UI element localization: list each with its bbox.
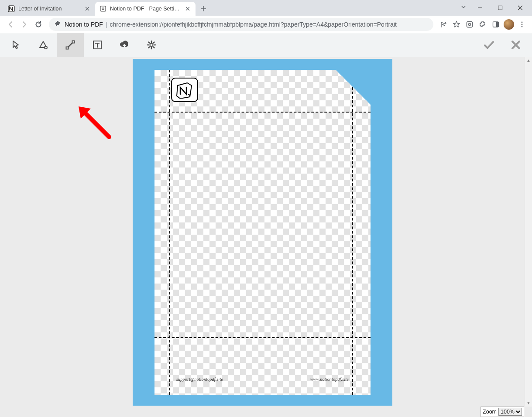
url-text: chrome-extension://pionfefhjikbcffjfcfnj… (110, 21, 397, 28)
sidepanel-icon[interactable] (489, 18, 502, 31)
notion-favicon (8, 5, 15, 12)
avatar-icon (504, 19, 514, 30)
page-preview-frame: support@notiontopdf.site www.notiontopdf… (133, 59, 392, 406)
svg-point-8 (522, 21, 523, 23)
bookmark-star-icon[interactable] (450, 18, 463, 31)
page-logo[interactable] (171, 78, 198, 102)
vertical-scrollbar[interactable]: ▲ ▼ (525, 57, 532, 407)
annotation-arrow (74, 102, 113, 141)
nav-back-button[interactable] (3, 17, 17, 31)
window-maximize-button[interactable] (490, 1, 510, 14)
svg-rect-7 (496, 22, 499, 27)
url-separator: | (106, 21, 107, 28)
page-footer-left: support@notiontopdf.site (176, 377, 223, 382)
tab-title: Notion to PDF - Page Settings (110, 6, 182, 12)
profile-avatar[interactable] (502, 18, 515, 31)
scroll-down-icon[interactable]: ▼ (525, 399, 532, 407)
app-toolbar (0, 33, 532, 57)
kebab-menu-icon[interactable] (515, 18, 529, 31)
new-tab-button[interactable] (197, 3, 209, 15)
browser-tab-notion[interactable]: Letter of Invitation (3, 2, 95, 16)
tool-select-arrow[interactable] (3, 33, 30, 57)
scroll-up-icon[interactable]: ▲ (525, 57, 532, 64)
nav-reload-button[interactable] (31, 17, 45, 31)
zoom-label: Zoom (483, 409, 497, 415)
margin-guide-top[interactable] (154, 112, 371, 113)
svg-point-9 (522, 24, 523, 25)
window-controls (460, 0, 532, 16)
close-icon[interactable] (84, 5, 91, 12)
tool-shape-triangle[interactable] (30, 33, 57, 57)
svg-rect-4 (467, 21, 473, 27)
tool-confirm-check[interactable] (475, 33, 502, 57)
browser-tab-extension[interactable]: Notion to PDF - Page Settings (95, 2, 196, 16)
svg-point-16 (150, 43, 153, 46)
toolbar-right-icons (437, 18, 529, 31)
margin-guide-right[interactable] (352, 70, 353, 395)
tool-settings-gear[interactable] (138, 33, 165, 57)
window-close-button[interactable] (510, 1, 530, 14)
extensions-puzzle-icon[interactable] (476, 18, 489, 31)
window-minimize-button[interactable] (470, 1, 490, 14)
zoom-control: Zoom 100% (481, 407, 524, 417)
tab-title: Letter of Invitation (18, 6, 81, 12)
margin-guide-left[interactable] (169, 70, 170, 395)
tool-cancel-x[interactable] (502, 33, 529, 57)
extension-icon (54, 20, 61, 28)
browser-tabs: Letter of Invitation Notion to PDF - Pag… (0, 0, 460, 16)
tool-cloud-upload[interactable] (111, 33, 138, 57)
browser-titlebar: Letter of Invitation Notion to PDF - Pag… (0, 0, 532, 16)
svg-rect-1 (100, 6, 106, 11)
extension-favicon (100, 5, 106, 12)
svg-point-10 (522, 26, 523, 27)
svg-point-11 (45, 46, 47, 49)
svg-point-5 (469, 23, 471, 25)
margin-guide-bottom[interactable] (154, 337, 371, 338)
tool-line[interactable] (57, 33, 84, 57)
svg-rect-14 (72, 41, 75, 43)
address-bar[interactable]: Notion to PDF | chrome-extension://pionf… (49, 18, 433, 31)
close-icon[interactable] (184, 5, 191, 12)
tool-text[interactable] (84, 33, 111, 57)
extension-name-label: Notion to PDF (65, 21, 103, 28)
nav-forward-button[interactable] (17, 17, 31, 31)
extension-app-icon[interactable] (463, 18, 476, 31)
share-icon[interactable] (437, 18, 450, 31)
browser-toolbar: Notion to PDF | chrome-extension://pionf… (0, 16, 532, 33)
chevron-down-icon[interactable] (460, 4, 467, 12)
page-footer-right: www.notiontopdf.site (310, 377, 349, 382)
svg-point-2 (102, 8, 104, 10)
zoom-select[interactable]: 100% (498, 408, 522, 416)
svg-rect-3 (498, 6, 502, 10)
canvas-area: support@notiontopdf.site www.notiontopdf… (0, 57, 532, 417)
svg-rect-13 (66, 47, 69, 49)
page-preview[interactable]: support@notiontopdf.site www.notiontopdf… (154, 70, 371, 395)
